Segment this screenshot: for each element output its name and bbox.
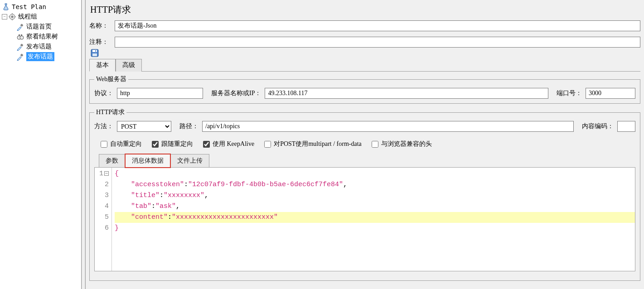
tree-thread-group[interactable]: − 线程组	[1, 12, 80, 22]
body-editor[interactable]: 1−23456 { "accesstoken":"12c07af9-fdbf-4…	[94, 167, 635, 271]
server-label: 服务器名称或IP：	[211, 89, 261, 97]
path-label: 路径：	[179, 122, 199, 130]
dropper-icon	[16, 53, 24, 61]
tab-file-upload[interactable]: 文件上传	[170, 154, 209, 168]
dropper-icon	[16, 43, 24, 51]
chk-keepalive[interactable]: 使用 KeepAlive	[203, 140, 254, 148]
tab-body-data[interactable]: 消息体数据	[125, 154, 170, 168]
encoding-label: 内容编码：	[582, 122, 614, 130]
tree-item-2-label: 发布话题	[26, 43, 52, 51]
tab-advanced[interactable]: 高级	[116, 59, 142, 72]
flask-icon	[2, 3, 10, 11]
editor-gutter: 1−23456	[95, 168, 112, 271]
path-input[interactable]	[202, 121, 574, 132]
protocol-label: 协议：	[94, 89, 113, 97]
http-request-legend: HTTP请求	[94, 108, 126, 116]
svg-point-8	[20, 36, 24, 39]
protocol-input[interactable]	[117, 88, 203, 99]
body-tabs: 参数 消息体数据 文件上传	[99, 154, 635, 167]
name-label: 名称：	[89, 22, 115, 30]
tree-panel: Test Plan − 线程组 话题首页 察看结果树 发布话题 发布话题	[0, 0, 82, 289]
editor-code[interactable]: { "accesstoken":"12c07af9-fdbf-4b0b-b5ae…	[112, 168, 635, 271]
gear-icon	[8, 13, 16, 21]
tree-item-0[interactable]: 话题首页	[1, 22, 80, 32]
tree-item-3-label: 发布话题	[26, 52, 54, 61]
page-title: HTTP请求	[89, 3, 640, 20]
svg-rect-6	[20, 24, 23, 27]
top-tabs: 基本 高级	[89, 58, 640, 72]
tab-basic[interactable]: 基本	[89, 59, 116, 72]
svg-rect-9	[19, 34, 20, 36]
port-input[interactable]	[586, 88, 635, 99]
svg-rect-16	[95, 50, 96, 52]
name-row: 名称：	[89, 20, 640, 31]
chk-auto-redirect[interactable]: 自动重定向	[101, 140, 142, 148]
dropper-icon	[16, 23, 24, 31]
svg-point-1	[11, 16, 14, 18]
port-label: 端口号：	[557, 89, 582, 97]
main-panel: HTTP请求 名称： 注释： 基本 高级 Web服务器 协议： 服务器名称或IP…	[85, 0, 644, 289]
collapse-icon[interactable]: −	[2, 14, 7, 19]
chk-multipart[interactable]: 对POST使用multipart / form-data	[264, 140, 362, 148]
tree-item-0-label: 话题首页	[26, 23, 52, 31]
method-label: 方法：	[94, 122, 113, 130]
save-icon[interactable]	[90, 48, 100, 58]
server-input[interactable]	[265, 88, 548, 99]
encoding-input[interactable]	[617, 121, 635, 132]
binoculars-icon	[16, 33, 24, 41]
svg-rect-11	[20, 43, 23, 47]
web-server-legend: Web服务器	[94, 75, 128, 83]
chk-follow-redirect[interactable]: 跟随重定向	[152, 140, 193, 148]
method-select[interactable]: POST	[117, 121, 171, 132]
tree-thread-group-label: 线程组	[18, 13, 37, 21]
comment-label: 注释：	[89, 38, 115, 46]
name-input[interactable]	[115, 20, 640, 31]
splitter[interactable]	[82, 0, 85, 289]
tree-item-3[interactable]: 发布话题	[1, 52, 80, 62]
tree-item-1-label: 察看结果树	[26, 33, 58, 41]
request-options: 自动重定向 跟随重定向 使用 KeepAlive 对POST使用multipar…	[101, 140, 635, 148]
tree-item-2[interactable]: 发布话题	[1, 42, 80, 52]
svg-rect-12	[20, 53, 23, 57]
web-server-group: Web服务器 协议： 服务器名称或IP： 端口号：	[89, 75, 640, 104]
comment-row: 注释：	[89, 37, 640, 48]
tab-params[interactable]: 参数	[99, 154, 125, 168]
tree-root[interactable]: Test Plan	[1, 2, 80, 12]
svg-rect-15	[92, 53, 97, 56]
chk-browser-headers[interactable]: 与浏览器兼容的头	[372, 140, 432, 148]
http-request-group: HTTP请求 方法： POST 路径： 内容编码： 自动重定向 跟随重定向 使用…	[89, 108, 640, 281]
svg-rect-10	[21, 34, 22, 36]
tree-item-1[interactable]: 察看结果树	[1, 32, 80, 42]
svg-rect-14	[92, 50, 97, 52]
tree-root-label: Test Plan	[12, 3, 46, 10]
comment-input[interactable]	[115, 37, 640, 48]
